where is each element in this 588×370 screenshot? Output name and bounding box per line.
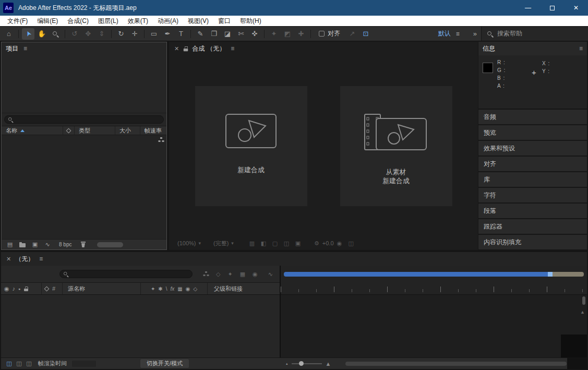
maximize-button[interactable] <box>540 0 564 16</box>
audio-icon[interactable]: ♪ <box>13 285 16 292</box>
selection-tool[interactable]: ➤ <box>22 28 34 40</box>
minimize-button[interactable]: — <box>516 0 540 16</box>
help-search-input[interactable]: 搜索帮助 <box>481 27 588 41</box>
project-item-list[interactable] <box>2 135 166 239</box>
toolbar-overflow-button[interactable]: » <box>473 30 477 38</box>
brush-tool[interactable]: ✎ <box>194 28 207 40</box>
info-panel-menu-icon[interactable]: ≡ <box>579 45 583 52</box>
menu-composition[interactable]: 合成(C) <box>63 16 93 26</box>
zoom-in-icon[interactable]: ▲ <box>326 361 331 367</box>
snapshot-icon[interactable]: ◫ <box>345 240 357 247</box>
rotation-tool[interactable]: ↻ <box>115 28 127 40</box>
lock-column-icon[interactable] <box>24 287 28 291</box>
toggle-switches-modes-button[interactable]: 切换开关/模式 <box>140 359 189 368</box>
timeline-navigator[interactable] <box>284 272 584 277</box>
frame-blending-icon[interactable]: ▦ <box>240 271 245 278</box>
panel-audio[interactable]: 音频 <box>478 110 587 124</box>
comp-button-icon[interactable]: ▲ <box>580 309 585 315</box>
timeline-horizontal-scrollbar[interactable] <box>345 362 567 366</box>
shape-tool[interactable]: ▭ <box>148 28 160 40</box>
column-size[interactable]: 大小 <box>115 126 140 135</box>
pixel-aspect-icon[interactable]: ▣ <box>292 240 304 247</box>
timeline-track-area[interactable]: ▲ <box>281 295 587 357</box>
timeline-layer-list[interactable] <box>1 295 280 357</box>
timeline-vertical-scrollbar[interactable] <box>582 296 585 305</box>
panel-paragraph[interactable]: 段落 <box>478 204 587 218</box>
expand-transfer-controls-button[interactable]: ◫ <box>14 360 24 367</box>
motion-blur-column-icon[interactable]: ◉ <box>186 286 190 292</box>
timeline-panel-menu-icon[interactable]: ≡ <box>39 255 43 262</box>
motion-blur-icon[interactable]: ◉ <box>253 271 258 278</box>
transparency-grid-icon[interactable]: ◫ <box>281 240 292 247</box>
reset-exposure-icon[interactable]: ◉ <box>334 240 345 247</box>
panel-align[interactable]: 对齐 <box>478 157 587 171</box>
shy-icon[interactable]: ✦ <box>151 286 155 292</box>
type-tool[interactable]: T <box>175 28 187 40</box>
column-type[interactable]: 类型 <box>75 126 115 135</box>
hand-tool[interactable]: ✋ <box>35 28 48 40</box>
toolbar-extra-1-icon[interactable]: ✦ <box>268 28 280 40</box>
expand-in-out-button[interactable]: ◫ <box>24 360 34 367</box>
composition-panel-menu-icon[interactable]: ≡ <box>231 45 234 52</box>
column-source-name[interactable]: 源名称 <box>63 283 141 294</box>
zoom-tool[interactable] <box>49 28 62 40</box>
delete-button[interactable] <box>77 242 89 247</box>
info-tab[interactable]: 信息 <box>483 44 495 53</box>
roto-brush-tool[interactable]: ✄ <box>235 28 247 40</box>
menu-effect[interactable]: 效果(T) <box>123 16 153 26</box>
zoom-out-icon[interactable]: ▴ <box>286 362 288 366</box>
pen-tool[interactable]: ✒ <box>161 28 174 40</box>
composition-tab[interactable]: 合成 <box>192 44 205 53</box>
column-name[interactable]: 名称 <box>2 126 63 135</box>
mask-visibility-icon[interactable]: ◧ <box>258 240 269 247</box>
pan-behind-tool[interactable]: ✛ <box>128 28 141 40</box>
toolbar-extra-3-icon[interactable]: ✚ <box>295 28 307 40</box>
eraser-tool[interactable]: ◪ <box>221 28 234 40</box>
dolly-camera-tool[interactable]: ⇕ <box>95 28 108 40</box>
video-eye-icon[interactable]: ◉ <box>4 285 9 292</box>
puppet-pin-tool[interactable]: ✜ <box>248 28 261 40</box>
panel-preview[interactable]: 预览 <box>478 125 587 140</box>
timeline-search-input[interactable] <box>59 270 193 278</box>
label-column-icon[interactable] <box>44 286 50 291</box>
solo-icon[interactable]: ● <box>18 287 20 291</box>
project-settings-button[interactable]: ∿ <box>41 241 54 248</box>
new-composition-button[interactable]: ▣ <box>29 241 41 248</box>
zoom-slider-handle[interactable] <box>299 361 304 366</box>
quality-icon[interactable]: \ <box>166 286 167 292</box>
frame-blend-icon[interactable]: ▦ <box>177 286 182 292</box>
lock-icon[interactable] <box>184 46 188 51</box>
project-tab[interactable]: 项目 <box>6 44 18 53</box>
new-folder-button[interactable] <box>16 242 29 247</box>
effects-fx-icon[interactable]: fx <box>170 286 174 292</box>
new-composition-card[interactable]: 新建合成 <box>195 86 307 206</box>
navigator-handle[interactable] <box>548 272 553 277</box>
shy-layers-icon[interactable]: ✦ <box>227 271 232 278</box>
workspace-selector[interactable]: 默认 ≡ <box>438 29 460 38</box>
composition-flowchart-icon[interactable] <box>203 271 209 277</box>
home-button[interactable]: ⌂ <box>3 28 15 40</box>
project-search-input[interactable] <box>4 115 164 124</box>
project-panel-menu-icon[interactable]: ≡ <box>23 45 27 52</box>
close-tab-icon[interactable]: ✕ <box>6 256 11 262</box>
column-framerate[interactable]: 帧速率 <box>140 126 166 135</box>
draft-3d-icon[interactable]: ◇ <box>216 271 220 278</box>
close-tab-icon[interactable]: ✕ <box>174 45 179 52</box>
menu-animation[interactable]: 动画(A) <box>153 16 183 26</box>
new-composition-from-footage-card[interactable]: 从素材 新建合成 <box>340 86 452 206</box>
menu-window[interactable]: 窗口 <box>213 16 235 26</box>
snapping-icon[interactable]: ⊡ <box>359 28 372 40</box>
toolbar-extra-2-icon[interactable]: ◩ <box>281 28 294 40</box>
clone-stamp-tool[interactable]: ❐ <box>208 28 220 40</box>
column-parent-link[interactable]: 父级和链接 <box>208 283 280 294</box>
navigator-range[interactable] <box>284 272 548 277</box>
panel-tracker[interactable]: 跟踪器 <box>478 219 587 234</box>
menu-help[interactable]: 帮助(H) <box>235 16 266 26</box>
zoom-level-select[interactable]: (100%) <box>177 240 196 246</box>
region-of-interest-icon[interactable]: ▢ <box>269 240 281 247</box>
panel-character[interactable]: 字符 <box>478 188 587 202</box>
index-column-label[interactable]: # <box>52 285 55 292</box>
color-depth-button[interactable]: 8 bpc <box>59 242 71 247</box>
pan-camera-tool[interactable]: ✥ <box>82 28 94 40</box>
time-ruler[interactable] <box>281 282 587 295</box>
